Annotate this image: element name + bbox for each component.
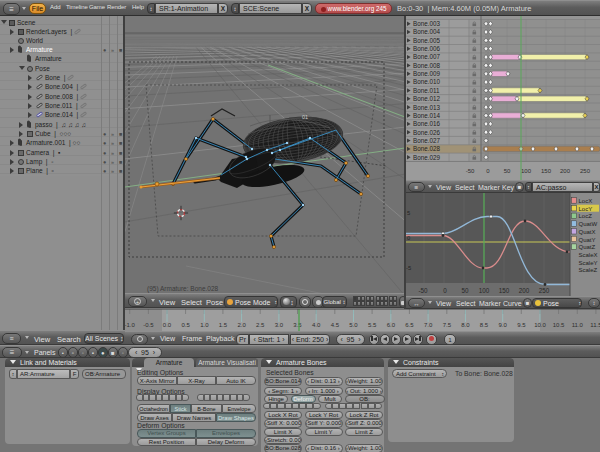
svg-text:ScaleX: ScaleX bbox=[579, 252, 598, 258]
svg-text:ScaleY: ScaleY bbox=[579, 260, 598, 266]
svg-text:4.0: 4.0 bbox=[312, 322, 321, 328]
svg-text:6.0: 6.0 bbox=[387, 322, 396, 328]
svg-text:ScaleZ: ScaleZ bbox=[579, 267, 598, 273]
svg-text:150: 150 bbox=[541, 168, 552, 174]
svg-text:-0.5: -0.5 bbox=[143, 322, 154, 328]
svg-text:QuatW: QuatW bbox=[579, 221, 598, 227]
svg-text:2.5: 2.5 bbox=[256, 322, 265, 328]
svg-text:Bone.006: Bone.006 bbox=[413, 45, 440, 52]
svg-text:5: 5 bbox=[407, 210, 410, 216]
svg-text:-5: -5 bbox=[406, 265, 411, 271]
svg-text:3.0: 3.0 bbox=[275, 322, 284, 328]
svg-text:3.5: 3.5 bbox=[293, 322, 302, 328]
svg-text:Bone.010: Bone.010 bbox=[413, 78, 440, 85]
svg-text:11.5: 11.5 bbox=[590, 322, 600, 328]
svg-text:Bone.004: Bone.004 bbox=[413, 28, 440, 35]
svg-text:Bone.008: Bone.008 bbox=[413, 62, 440, 69]
svg-text:0.5: 0.5 bbox=[181, 322, 190, 328]
svg-text:Bone.029: Bone.029 bbox=[413, 154, 440, 161]
svg-text:Bone.005: Bone.005 bbox=[413, 37, 440, 44]
svg-text:01: 01 bbox=[302, 114, 308, 120]
svg-text:250: 250 bbox=[539, 287, 550, 294]
svg-text:LocY: LocY bbox=[579, 206, 593, 212]
svg-text:8.5: 8.5 bbox=[480, 322, 489, 328]
svg-text:LocZ: LocZ bbox=[579, 213, 593, 219]
svg-text:9.0: 9.0 bbox=[499, 322, 508, 328]
svg-text:10.0: 10.0 bbox=[534, 322, 546, 328]
svg-text:9.5: 9.5 bbox=[517, 322, 526, 328]
svg-text:11.0: 11.0 bbox=[572, 322, 584, 328]
svg-text:50: 50 bbox=[504, 168, 511, 174]
svg-text:200: 200 bbox=[519, 287, 530, 294]
svg-text:1.5: 1.5 bbox=[219, 322, 228, 328]
svg-text:10.5: 10.5 bbox=[553, 322, 565, 328]
svg-text:6.5: 6.5 bbox=[405, 322, 414, 328]
svg-text:QuatY: QuatY bbox=[579, 237, 596, 243]
svg-text:7.5: 7.5 bbox=[443, 322, 452, 328]
svg-text:2.0: 2.0 bbox=[237, 322, 246, 328]
svg-text:250: 250 bbox=[580, 168, 591, 174]
svg-text:150: 150 bbox=[499, 287, 510, 294]
svg-text:Bone.026: Bone.026 bbox=[413, 129, 440, 136]
svg-text:Bone.014: Bone.014 bbox=[413, 112, 440, 119]
svg-text:-1.0: -1.0 bbox=[125, 322, 136, 328]
svg-text:Bone.003: Bone.003 bbox=[413, 20, 440, 27]
svg-text:4.5: 4.5 bbox=[331, 322, 340, 328]
svg-text:Bone.009: Bone.009 bbox=[413, 70, 440, 77]
svg-text:-50: -50 bbox=[418, 287, 428, 294]
svg-text:Bone.013: Bone.013 bbox=[413, 104, 440, 111]
svg-text:50: 50 bbox=[461, 287, 469, 294]
svg-text:0.0: 0.0 bbox=[163, 322, 172, 328]
svg-text:Bone.028: Bone.028 bbox=[413, 145, 440, 152]
svg-text:Bone.027: Bone.027 bbox=[413, 137, 440, 144]
svg-text:(95) Armature: Bone.028: (95) Armature: Bone.028 bbox=[147, 285, 219, 293]
svg-text:200: 200 bbox=[560, 168, 571, 174]
svg-text:5.5: 5.5 bbox=[368, 322, 377, 328]
svg-text:100: 100 bbox=[521, 168, 532, 174]
svg-text:7.0: 7.0 bbox=[424, 322, 433, 328]
svg-text:-50: -50 bbox=[466, 168, 475, 174]
svg-text:8.0: 8.0 bbox=[461, 322, 470, 328]
svg-text:5.0: 5.0 bbox=[349, 322, 358, 328]
svg-text:LocX: LocX bbox=[579, 198, 593, 204]
svg-text:100: 100 bbox=[479, 287, 490, 294]
svg-text:QuatX: QuatX bbox=[579, 229, 596, 235]
svg-text:Bone.007: Bone.007 bbox=[413, 53, 440, 60]
svg-text:0: 0 bbox=[443, 287, 447, 294]
svg-text:Bone.011: Bone.011 bbox=[413, 87, 440, 94]
svg-text:Bone.016: Bone.016 bbox=[413, 120, 440, 127]
svg-text:0: 0 bbox=[407, 235, 410, 241]
svg-text:QuatZ: QuatZ bbox=[579, 244, 596, 250]
svg-text:1.0: 1.0 bbox=[200, 322, 209, 328]
svg-text:Bone.012: Bone.012 bbox=[413, 95, 440, 102]
